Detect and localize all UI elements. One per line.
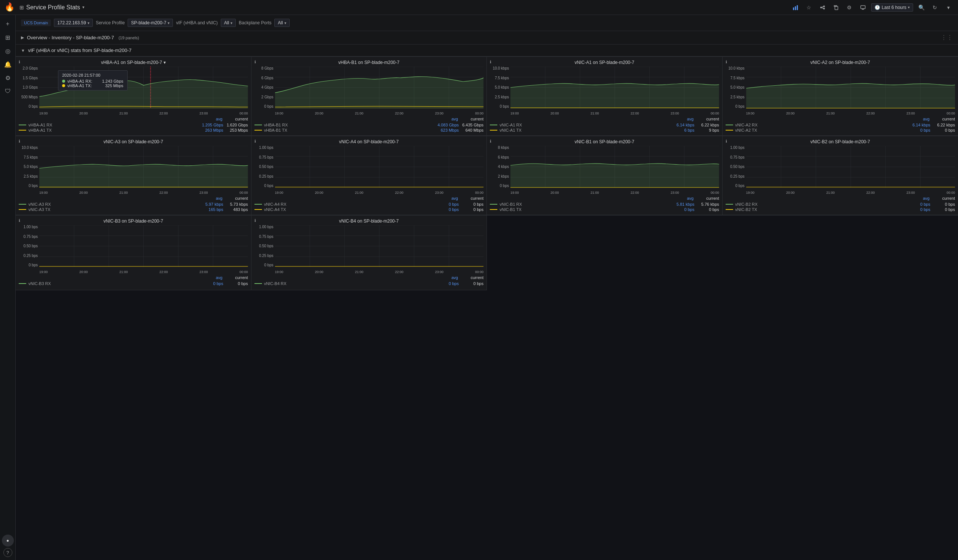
lc-vnic-a2-tx: 0 bps bbox=[933, 128, 955, 133]
legend-row-rx-vnic-b1: vNIC-B1 RX 5.81 kbps 5.76 kbps bbox=[490, 202, 719, 207]
ucs-domain-value: 172.22.163.59 bbox=[57, 20, 86, 25]
legend-row-rx-vnic-a4: vNIC-A4 RX 0 bps 0 bps bbox=[254, 202, 484, 207]
legend-row-tx-vhba-a1: vHBA-A1 TX 263 Mbps 253 Mbps bbox=[19, 128, 248, 133]
lg-vnic-a3-tx bbox=[19, 209, 26, 210]
copy-icon[interactable] bbox=[831, 2, 841, 13]
sidebar-item-admin[interactable]: 🛡 bbox=[2, 85, 14, 97]
lc-vnic-a4-tx: 0 bps bbox=[461, 207, 484, 212]
chart-panel-vhba-a1: ℹ vHBA-A1 on SP-blade-m200-7 ▾ 2.0 Gbps … bbox=[16, 57, 252, 136]
overview-panel-count: (19 panels) bbox=[119, 36, 139, 40]
monitor-icon[interactable] bbox=[858, 2, 868, 13]
svg-point-5 bbox=[820, 7, 822, 8]
legend-header-vnic-a3: avg current bbox=[19, 196, 248, 201]
ucs-domain-dropdown[interactable]: 172.22.163.59 ▾ bbox=[54, 19, 93, 27]
chart-area-vhba-b1: 8 Gbps 6 Gbps 4 Gbps 2 Gbps 0 bps bbox=[254, 66, 484, 115]
settings-icon[interactable]: ⚙ bbox=[844, 2, 855, 13]
lg-vnic-a1-rx bbox=[490, 125, 497, 125]
legend-vnic-b3: avg current vNIC-B3 RX 0 bps 0 bps bbox=[19, 275, 248, 286]
sidebar-item-alerts[interactable]: 🔔 bbox=[2, 59, 14, 70]
chart-area-vnic-b3: 1.00 bps 0.75 bps 0.50 bps 0.25 bps 0 bp… bbox=[19, 225, 248, 274]
lg-vnic-a2-rx bbox=[726, 125, 733, 125]
svg-rect-6 bbox=[835, 6, 838, 10]
legend-avg-tx: 263 Mbps bbox=[197, 128, 224, 133]
chart-panel-empty-1 bbox=[487, 215, 723, 290]
backplane-dropdown[interactable]: All ▾ bbox=[274, 19, 289, 27]
vif-section-title: vIF (vHBA or vNIC) stats from SP-blade-m… bbox=[28, 47, 132, 53]
legend-label-rx: vHBA-A1 RX bbox=[29, 123, 195, 127]
bar-chart-icon[interactable] bbox=[790, 2, 801, 13]
clock-icon: 🕐 bbox=[874, 5, 880, 10]
search-icon[interactable]: 🔍 bbox=[916, 2, 926, 13]
legend-label-tx: vHBA-A1 TX bbox=[29, 128, 195, 133]
info-icon-vnic-a3: ℹ bbox=[19, 139, 20, 143]
chart-panel-vnic-b1: ℹ vNIC-B1 on SP-blade-m200-7 8 kbps 6 kb… bbox=[487, 136, 723, 215]
svg-point-3 bbox=[823, 6, 825, 7]
refresh-icon[interactable]: ↻ bbox=[929, 2, 940, 13]
vif-dropdown[interactable]: All ▾ bbox=[221, 19, 236, 27]
svg-rect-0 bbox=[793, 8, 794, 10]
svg-rect-2 bbox=[797, 5, 798, 10]
legend-row-tx-vnic-b1: vNIC-B1 TX 0 bps 0 bps bbox=[490, 207, 719, 212]
lg-vnic-b4-rx bbox=[254, 283, 262, 284]
lc-vnic-a3-tx: 483 bps bbox=[226, 207, 248, 212]
chart-plot-vhba-a1: 2020-02-28 21:57:00 vHBA-A1 RX: 1.243 Gb… bbox=[39, 66, 248, 109]
legend-header-vhba-b1: avg current bbox=[254, 117, 484, 121]
legend-vnic-b4: avg current vNIC-B4 RX 0 bps 0 bps bbox=[254, 275, 484, 286]
info-icon-vnic-b3: ℹ bbox=[19, 218, 20, 223]
sidebar-item-add[interactable]: + bbox=[2, 18, 14, 30]
legend-vnic-a4: avg current vNIC-A4 RX 0 bps 0 bps vNIC-… bbox=[254, 196, 484, 212]
la-vnic-a4-rx: 0 bps bbox=[433, 202, 459, 207]
legend-vhba-b1: avg current vHBA-B1 RX 4.083 Gbps 6.435 … bbox=[254, 117, 484, 133]
more-icon[interactable]: ▾ bbox=[943, 2, 953, 13]
bp-chevron: ▾ bbox=[284, 21, 286, 25]
title-grid-icon: ⊞ bbox=[19, 5, 24, 11]
service-profile-dropdown[interactable]: SP-blade-m200-7 ▾ bbox=[128, 19, 173, 27]
lc-vnic-b1-tx: 0 bps bbox=[697, 207, 719, 212]
sidebar-bottom: ● ? bbox=[2, 535, 14, 557]
sidebar-item-user[interactable]: ● bbox=[2, 535, 14, 547]
sidebar-item-dashboard[interactable]: ⊞ bbox=[2, 32, 14, 43]
vif-chevron: ▾ bbox=[230, 21, 232, 25]
x-labels-vnic-b3: 19:00 20:00 21:00 22:00 23:00 00:00 bbox=[39, 270, 248, 274]
legend-header-vhba-a1: avg current bbox=[19, 117, 248, 121]
chart-title-vnic-a3: vNIC-A3 on SP-blade-m200-7 bbox=[19, 139, 248, 144]
ll-vnic-b1-rx: vNIC-B1 RX bbox=[500, 202, 666, 207]
info-icon-vnic-b1: ℹ bbox=[490, 139, 491, 143]
info-icon-vnic-a4: ℹ bbox=[254, 139, 256, 143]
x-labels-vnic-b4: 19:00 20:00 21:00 22:00 23:00 00:00 bbox=[275, 270, 484, 274]
service-profile-value: SP-blade-m200-7 bbox=[131, 20, 166, 25]
sidebar: + ⊞ ◎ 🔔 ⚙ 🛡 ● ? bbox=[0, 15, 16, 560]
svg-rect-7 bbox=[861, 6, 865, 9]
vif-value: All bbox=[224, 20, 229, 25]
chart-panel-vnic-b3: ℹ vNIC-B3 on SP-blade-m200-7 1.00 bps 0.… bbox=[16, 215, 252, 290]
sidebar-item-help[interactable]: ? bbox=[3, 548, 12, 557]
chart-panel-vnic-b4: ℹ vNIC-B4 on SP-blade-m200-7 1.00 bps 0.… bbox=[252, 215, 487, 290]
y-labels-vnic-b1: 8 kbps 6 kbps 4 kbps 2 kbps 0 bps bbox=[490, 146, 511, 188]
title-chevron: ▾ bbox=[82, 5, 84, 10]
ll-vnic-a3-tx: vNIC-A3 TX bbox=[29, 207, 195, 212]
sidebar-item-explore[interactable]: ◎ bbox=[2, 45, 14, 57]
star-icon[interactable]: ☆ bbox=[804, 2, 814, 13]
legend-row-rx-vnic-a2: vNIC-A2 RX 6.14 kbps 6.22 kbps bbox=[726, 123, 955, 127]
overview-section-header[interactable]: ▶ Overview - Inventory - SP-blade-m200-7… bbox=[16, 31, 958, 44]
lg-vnic-b1-tx bbox=[490, 209, 497, 210]
overview-section-title: Overview - Inventory - SP-blade-m200-7 bbox=[27, 35, 114, 40]
time-range-button[interactable]: 🕐 Last 6 hours ▾ bbox=[871, 3, 913, 12]
share-icon[interactable] bbox=[817, 2, 828, 13]
lc-vnic-a1-tx: 9 bps bbox=[697, 128, 719, 133]
vif-section-header[interactable]: ▼ vIF (vHBA or vNIC) stats from SP-blade… bbox=[16, 44, 958, 57]
info-icon-vnic-b2: ℹ bbox=[726, 139, 727, 143]
x-labels-vnic-a2: 19:00 20:00 21:00 22:00 23:00 00:00 bbox=[746, 111, 955, 115]
legend-row-tx-vnic-a1: vNIC-A1 TX 6 bps 9 bps bbox=[490, 128, 719, 133]
chart-title-vnic-b3: vNIC-B3 on SP-blade-m200-7 bbox=[19, 218, 248, 224]
ll-vnic-b2-rx: vNIC-B2 RX bbox=[735, 202, 902, 207]
top-bar: 🔥 ⊞ Service Profile Stats ▾ ☆ ⚙ 🕐 Last 6… bbox=[0, 0, 958, 15]
dashboard-title: Service Profile Stats bbox=[26, 4, 80, 11]
sidebar-item-settings[interactable]: ⚙ bbox=[2, 72, 14, 84]
x-labels-vhba-a1: 19:00 20:00 21:00 22:00 23:00 00:00 bbox=[39, 111, 248, 115]
chart-plot-vnic-b3 bbox=[39, 225, 248, 267]
lg-vnic-a4-rx bbox=[254, 204, 262, 205]
ll-vnic-b4-rx: vNIC-B4 RX bbox=[264, 281, 431, 286]
chart-plot-vnic-b2 bbox=[746, 146, 955, 188]
info-icon-vhba-b1: ℹ bbox=[254, 60, 256, 64]
